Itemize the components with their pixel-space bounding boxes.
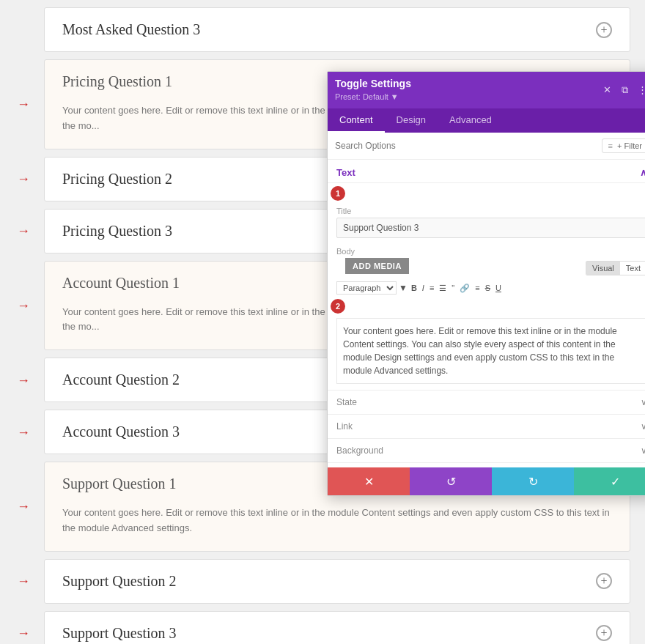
undo-icon: ↺ <box>446 475 456 489</box>
accordion-title-pricing-q1: Pricing Question 1 <box>62 73 172 90</box>
state-label: State <box>336 397 357 407</box>
step2-badge: 2 <box>331 299 345 314</box>
accordion-expand-support-q3[interactable]: + <box>596 625 612 641</box>
visual-tab[interactable]: Visual <box>586 262 620 275</box>
arrow-account-q2: → <box>17 372 30 388</box>
editor-body[interactable]: Your content goes here. Edit or remove t… <box>336 318 645 384</box>
accordion-pricing-q1: → Pricing Question 1 Your content goes h… <box>44 59 630 149</box>
arrow-support-q3: → <box>17 626 30 641</box>
italic-button[interactable]: I <box>421 283 426 293</box>
arrow-account-q1: → <box>17 297 30 313</box>
media-row: ADD MEDIA Visual Text <box>328 258 645 281</box>
panel-more-icon[interactable]: ⋮ <box>635 84 645 97</box>
title-field-label: Title <box>328 201 645 218</box>
search-input[interactable] <box>335 141 602 151</box>
body-field-label: Body <box>328 244 645 258</box>
section-text-header[interactable]: Text ∧ <box>328 160 645 183</box>
panel-title-left: Toggle Settings Preset: Default ▼ <box>335 78 411 103</box>
accordion-title-pricing-q3: Pricing Question 3 <box>62 223 172 240</box>
accordion-header-support-q2[interactable]: Support Question 2 + <box>45 560 630 603</box>
save-button[interactable]: ✓ <box>574 467 645 495</box>
accordion-title-support-q2: Support Question 2 <box>62 573 177 590</box>
step2-area: 2 <box>328 297 645 315</box>
save-icon: ✓ <box>611 475 620 489</box>
accordion-title-most-asked-3: Most Asked Question 3 <box>62 21 200 38</box>
link-chevron: ∨ <box>641 421 645 432</box>
panel-title: Toggle Settings <box>335 78 411 89</box>
panel-title-right: ✕ ⧉ ⋮ <box>600 84 645 97</box>
title-field-value[interactable]: Support Question 3 <box>336 218 645 238</box>
arrow-pricing-q1: → <box>17 97 30 112</box>
accordion-title-support-q3: Support Question 3 <box>62 625 177 642</box>
tab-content[interactable]: Content <box>328 108 385 133</box>
link-label: Link <box>336 421 353 432</box>
text-tab[interactable]: Text <box>620 262 645 275</box>
accordion-support-q3: → Support Question 3 + <box>44 611 630 644</box>
ul-button[interactable]: ≡ <box>428 283 435 293</box>
accordion-title-account-q2: Account Question 2 <box>62 371 180 388</box>
accordion-title-account-q3: Account Question 3 <box>62 423 180 440</box>
accordion-most-asked-3: Most Asked Question 3 + <box>44 7 630 52</box>
background-row[interactable]: Background ∨ <box>328 438 645 462</box>
accordion-title-support-q1: Support Question 1 <box>62 475 177 492</box>
redo-icon: ↻ <box>528 475 538 489</box>
toggle-settings-panel: Toggle Settings Preset: Default ▼ ✕ ⧉ ⋮ … <box>327 71 645 496</box>
add-media-button[interactable]: ADD MEDIA <box>345 258 409 274</box>
delete-button[interactable]: ✕ <box>328 467 410 495</box>
arrow-support-q2: → <box>17 574 30 589</box>
accordion-header-most-asked-3[interactable]: Most Asked Question 3 + <box>45 8 630 51</box>
panel-preset: Preset: Default ▼ <box>335 92 399 101</box>
align-left[interactable]: ≡ <box>473 283 481 293</box>
filter-icon: ≡ <box>608 141 613 150</box>
admin-label-row[interactable]: Admin Label ∨ <box>328 462 645 467</box>
redo-button[interactable]: ↻ <box>492 467 574 495</box>
step1-badge: 1 <box>331 186 345 201</box>
state-chevron: ∨ <box>641 397 645 407</box>
paragraph-select[interactable]: Paragraph <box>336 281 397 295</box>
accordion-title-account-q1: Account Question 1 <box>62 275 180 292</box>
strikethrough-button[interactable]: S <box>484 283 492 293</box>
accordion-support-q2: → Support Question 2 + <box>44 559 630 604</box>
blockquote-button[interactable]: " <box>450 283 456 293</box>
background-label: Background <box>336 445 383 456</box>
panel-close-icon[interactable]: ✕ <box>600 84 613 97</box>
visual-text-toggle: Visual Text <box>586 261 645 275</box>
panel-search-bar: ≡ + Filter <box>328 133 645 160</box>
state-row[interactable]: State ∨ <box>328 390 645 414</box>
ol-button[interactable]: ☰ <box>438 283 448 294</box>
accordion-expand-support-q2[interactable]: + <box>596 573 612 589</box>
panel-tabs: Content Design Advanced <box>328 108 645 133</box>
link-button[interactable]: 🔗 <box>458 283 471 294</box>
format-toolbar: Paragraph ▼ B I ≡ ☰ " 🔗 ≡ S U <box>328 281 645 297</box>
undo-button[interactable]: ↺ <box>410 467 492 495</box>
filter-button[interactable]: ≡ + Filter <box>602 138 645 153</box>
accordion-title-pricing-q2: Pricing Question 2 <box>62 171 172 188</box>
section-chevron-up: ∧ <box>640 167 645 178</box>
panel-actions: ✕ ↺ ↻ ✓ <box>328 467 645 495</box>
step1-area: 1 <box>328 183 645 201</box>
tab-advanced[interactable]: Advanced <box>438 108 504 133</box>
panel-copy-icon[interactable]: ⧉ <box>618 84 631 97</box>
section-text-label: Text <box>336 167 355 178</box>
panel-content: Text ∧ 1 Title Support Question 3 Body A… <box>328 160 645 467</box>
link-row[interactable]: Link ∨ <box>328 414 645 438</box>
panel-titlebar: Toggle Settings Preset: Default ▼ ✕ ⧉ ⋮ <box>328 72 645 108</box>
arrow-account-q3: → <box>17 424 30 440</box>
arrow-support-q1: → <box>17 499 30 514</box>
arrow-pricing-q3: → <box>17 223 30 239</box>
background-chevron: ∨ <box>641 445 645 456</box>
arrow-pricing-q2: → <box>17 171 30 187</box>
tab-design[interactable]: Design <box>385 108 438 133</box>
bold-button[interactable]: B <box>410 283 419 293</box>
delete-icon: ✕ <box>364 475 374 489</box>
accordion-expand-most-asked-3[interactable]: + <box>596 22 612 38</box>
accordion-header-support-q3[interactable]: Support Question 3 + <box>45 612 630 644</box>
accordion-body-support-q1: Your content goes here. Edit or remove t… <box>45 506 630 551</box>
underline-button[interactable]: U <box>494 283 503 293</box>
